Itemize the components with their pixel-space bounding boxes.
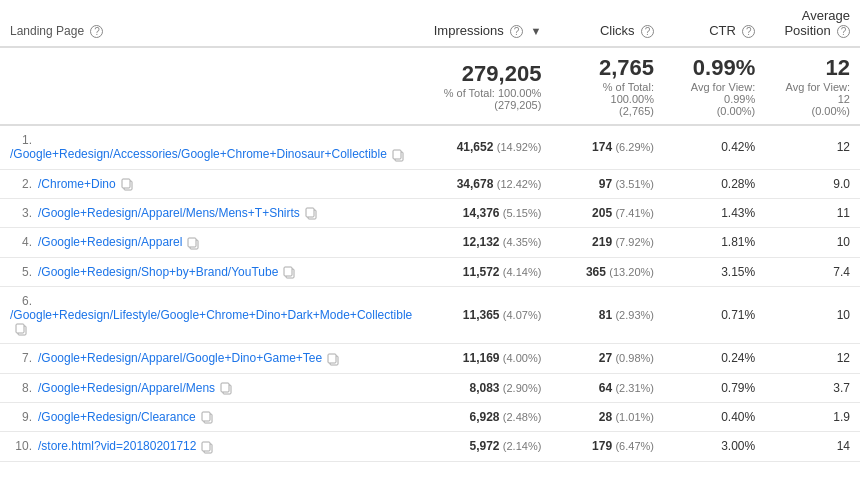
summary-impressions-cell: 279,205 % of Total: 100.00% (279,205) [422, 47, 551, 125]
clicks-pct: (7.92%) [615, 236, 654, 248]
table-row: 9./Google+Redesign/Clearance6,928 (2.48%… [0, 402, 860, 431]
clicks-cell: 28 (1.01%) [551, 402, 664, 431]
landing-page-header: Landing Page ? [0, 0, 422, 47]
impressions-cell: 11,572 (4.14%) [422, 257, 551, 286]
clicks-pct: (2.93%) [615, 309, 654, 321]
landing-page-link[interactable]: /Google+Redesign/Apparel/Google+Dino+Gam… [38, 351, 322, 365]
table-row: 2./Chrome+Dino34,678 (12.42%)97 (3.51%)0… [0, 169, 860, 198]
table-row: 7./Google+Redesign/Apparel/Google+Dino+G… [0, 344, 860, 373]
impressions-value: 11,169 [463, 351, 500, 365]
clicks-pct: (0.98%) [615, 352, 654, 364]
landing-page-link[interactable]: /Google+Redesign/Apparel/Mens [38, 381, 215, 395]
impressions-sort-icon[interactable]: ▼ [530, 25, 541, 37]
impressions-cell: 34,678 (12.42%) [422, 169, 551, 198]
impressions-value: 11,572 [463, 265, 500, 279]
clicks-header: Clicks ? [551, 0, 664, 47]
copy-icon[interactable] [327, 353, 340, 366]
impressions-pct: (4.35%) [503, 236, 542, 248]
clicks-pct: (3.51%) [615, 178, 654, 190]
clicks-cell: 81 (2.93%) [551, 286, 664, 343]
landing-page-link[interactable]: /Google+Redesign/Lifestyle/Google+Chrome… [10, 308, 412, 322]
table-row: 6./Google+Redesign/Lifestyle/Google+Chro… [0, 286, 860, 343]
copy-icon[interactable] [187, 237, 200, 250]
clicks-value: 205 [592, 206, 612, 220]
ctr-cell: 0.42% [664, 125, 765, 169]
copy-icon[interactable] [201, 441, 214, 454]
landing-page-link[interactable]: /Google+Redesign/Shop+by+Brand/YouTube [38, 265, 278, 279]
copy-icon[interactable] [305, 207, 318, 220]
copy-icon[interactable] [283, 266, 296, 279]
ctr-cell: 3.15% [664, 257, 765, 286]
avg-position-cell: 10 [765, 228, 860, 257]
ctr-header: CTR ? [664, 0, 765, 47]
copy-icon[interactable] [392, 149, 405, 162]
clicks-help-icon[interactable]: ? [641, 25, 654, 38]
table-row: 4./Google+Redesign/Apparel12,132 (4.35%)… [0, 228, 860, 257]
copy-icon[interactable] [121, 178, 134, 191]
clicks-cell: 27 (0.98%) [551, 344, 664, 373]
ctr-value: 3.00% [721, 439, 755, 453]
landing-page-link[interactable]: /Google+Redesign/Clearance [38, 410, 196, 424]
clicks-value: 81 [599, 308, 612, 322]
avg-position-value: 9.0 [833, 177, 850, 191]
summary-clicks-sub1: % of Total: 100.00% [561, 81, 654, 105]
avg-position-help-icon[interactable]: ? [837, 25, 850, 38]
landing-page-link[interactable]: /Google+Redesign/Apparel [38, 235, 182, 249]
landing-page-link[interactable]: /Google+Redesign/Apparel/Mens/Mens+T+Shi… [38, 206, 300, 220]
clicks-cell: 97 (3.51%) [551, 169, 664, 198]
landing-page-link[interactable]: /store.html?vid=20180201712 [38, 439, 196, 453]
landing-page-cell: 9./Google+Redesign/Clearance [0, 402, 422, 431]
svg-rect-7 [188, 238, 196, 247]
svg-rect-3 [122, 179, 130, 188]
landing-page-link[interactable]: /Chrome+Dino [38, 177, 116, 191]
table-row: 8./Google+Redesign/Apparel/Mens8,083 (2.… [0, 373, 860, 402]
impressions-pct: (14.92%) [497, 141, 542, 153]
clicks-cell: 179 (6.47%) [551, 432, 664, 461]
svg-rect-5 [306, 208, 314, 217]
copy-icon[interactable] [15, 323, 28, 336]
ctr-help-icon[interactable]: ? [742, 25, 755, 38]
summary-clicks-cell: 2,765 % of Total: 100.00% (2,765) [551, 47, 664, 125]
avg-position-value: 14 [837, 439, 850, 453]
impressions-pct: (2.48%) [503, 411, 542, 423]
landing-page-cell: 7./Google+Redesign/Apparel/Google+Dino+G… [0, 344, 422, 373]
avg-position-cell: 14 [765, 432, 860, 461]
landing-page-help-icon[interactable]: ? [90, 25, 103, 38]
copy-icon[interactable] [220, 382, 233, 395]
clicks-value: 64 [599, 381, 612, 395]
impressions-value: 12,132 [463, 235, 500, 249]
avg-position-value: 7.4 [833, 265, 850, 279]
summary-landing-page-cell [0, 47, 422, 125]
impressions-help-icon[interactable]: ? [510, 25, 523, 38]
clicks-value: 219 [592, 235, 612, 249]
avg-position-cell: 12 [765, 344, 860, 373]
avg-position-cell: 12 [765, 125, 860, 169]
impressions-cell: 6,928 (2.48%) [422, 402, 551, 431]
ctr-cell: 0.28% [664, 169, 765, 198]
summary-ctr-sub1: Avg for View: 0.99% [674, 81, 755, 105]
clicks-cell: 174 (6.29%) [551, 125, 664, 169]
avg-position-cell: 3.7 [765, 373, 860, 402]
ctr-cell: 1.81% [664, 228, 765, 257]
row-index: 8. [10, 381, 32, 395]
copy-icon[interactable] [201, 411, 214, 424]
impressions-value: 8,083 [469, 381, 499, 395]
landing-page-link[interactable]: /Google+Redesign/Accessories/Google+Chro… [10, 147, 387, 161]
landing-page-label: Landing Page [10, 24, 84, 38]
impressions-pct: (4.14%) [503, 266, 542, 278]
row-index: 6. [10, 294, 32, 308]
summary-impressions-sub2: (279,205) [432, 99, 541, 111]
avg-position-value: 11 [837, 206, 850, 220]
impressions-value: 14,376 [463, 206, 500, 220]
ctr-cell: 0.79% [664, 373, 765, 402]
ctr-value: 0.71% [721, 308, 755, 322]
clicks-pct: (7.41%) [615, 207, 654, 219]
landing-page-cell: 3./Google+Redesign/Apparel/Mens/Mens+T+S… [0, 198, 422, 227]
impressions-value: 6,928 [469, 410, 499, 424]
svg-rect-19 [202, 442, 210, 451]
row-index: 9. [10, 410, 32, 424]
impressions-pct: (5.15%) [503, 207, 542, 219]
landing-page-cell: 4./Google+Redesign/Apparel [0, 228, 422, 257]
clicks-cell: 205 (7.41%) [551, 198, 664, 227]
summary-impressions-sub1: % of Total: 100.00% [432, 87, 541, 99]
